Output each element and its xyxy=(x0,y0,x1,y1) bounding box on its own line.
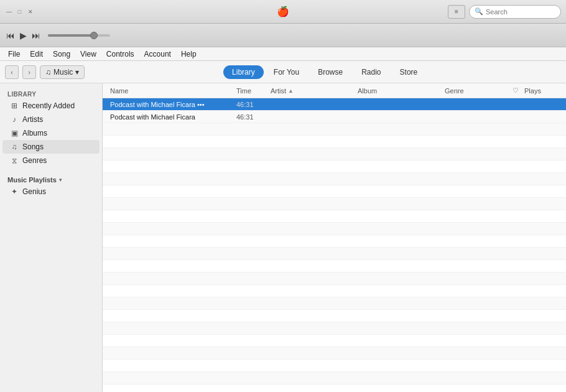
empty-row xyxy=(103,198,566,210)
empty-row xyxy=(103,372,566,385)
col-header-name: Name xyxy=(110,87,236,95)
menu-view[interactable]: View xyxy=(76,49,101,60)
empty-row xyxy=(103,161,566,173)
sidebar: Library ⊞ Recently Added ♪ Artists ▣ Alb… xyxy=(0,83,103,392)
albums-icon: ▣ xyxy=(10,129,19,138)
title-bar: — □ ✕ 🍎 ≡ 🔍 xyxy=(0,0,566,24)
close-button[interactable]: ✕ xyxy=(26,7,34,16)
tab-store[interactable]: Store xyxy=(391,65,427,79)
tab-for-you[interactable]: For You xyxy=(265,65,308,79)
menu-icon-button[interactable]: ≡ xyxy=(448,5,465,19)
search-box[interactable]: 🔍 xyxy=(469,5,561,19)
progress-bar[interactable] xyxy=(48,34,110,37)
search-icon: 🔍 xyxy=(475,7,483,16)
empty-row xyxy=(103,310,566,322)
minimize-button[interactable]: — xyxy=(5,7,13,16)
genius-icon: ✦ xyxy=(10,187,19,196)
sidebar-item-artists[interactable]: ♪ Artists xyxy=(2,113,100,126)
empty-row xyxy=(103,210,566,223)
playlists-section-title: Music Playlists xyxy=(7,176,57,184)
empty-row xyxy=(103,297,566,310)
progress-thumb[interactable] xyxy=(90,32,98,39)
empty-row xyxy=(103,322,566,335)
empty-row xyxy=(103,248,566,260)
artists-icon: ♪ xyxy=(10,115,19,124)
sidebar-item-recently-added[interactable]: ⊞ Recently Added xyxy=(2,99,100,113)
play-button[interactable]: ▶ xyxy=(20,30,27,40)
empty-row xyxy=(103,360,566,372)
nav-forward-arrow[interactable]: › xyxy=(22,65,36,79)
artist-sort-icon: ▲ xyxy=(288,88,294,94)
empty-row xyxy=(103,285,566,297)
empty-row xyxy=(103,273,566,285)
empty-row xyxy=(103,136,566,148)
menu-file[interactable]: File xyxy=(4,49,24,60)
library-section-title: Library xyxy=(0,88,102,99)
menu-controls[interactable]: Controls xyxy=(102,49,139,60)
col-header-album: Album xyxy=(358,87,445,95)
tab-browse[interactable]: Browse xyxy=(309,65,351,79)
music-selector-label: Music xyxy=(53,68,73,77)
forward-button[interactable]: ⏭ xyxy=(32,30,40,40)
sidebar-item-genius[interactable]: ✦ Genius xyxy=(2,185,100,198)
genres-icon: ⧖ xyxy=(10,156,19,165)
transport-bar: ⏮ ▶ ⏭ xyxy=(0,24,566,47)
nav-bar: ‹ › ♫ Music ▾ Library For You Browse Rad… xyxy=(0,61,566,83)
music-selector-chevron: ▾ xyxy=(75,68,79,77)
sidebar-item-songs[interactable]: ♫ Songs xyxy=(2,140,100,154)
tab-library[interactable]: Library xyxy=(223,65,264,79)
row-time: 46:31 xyxy=(236,101,271,108)
col-header-plays: Plays xyxy=(524,87,559,95)
menu-edit[interactable]: Edit xyxy=(26,49,47,60)
sidebar-item-albums[interactable]: ▣ Albums xyxy=(2,126,100,140)
row-name: Podcast with Michael Ficara ••• xyxy=(110,101,236,108)
empty-row xyxy=(103,123,566,136)
title-bar-center: 🍎 xyxy=(277,6,289,17)
table-body: Podcast with Michael Ficara ••• 46:31 Po… xyxy=(103,98,566,392)
playlists-section-row: Music Playlists ▾ xyxy=(0,172,102,185)
music-selector[interactable]: ♫ Music ▾ xyxy=(40,65,85,79)
apple-logo-icon: 🍎 xyxy=(277,6,289,17)
title-bar-right: ≡ 🔍 xyxy=(448,5,566,19)
progress-fill xyxy=(48,34,91,37)
menu-help[interactable]: Help xyxy=(177,49,201,60)
playlists-chevron-icon: ▾ xyxy=(59,177,62,183)
empty-row xyxy=(103,173,566,185)
artists-label: Artists xyxy=(22,115,43,124)
col-header-genre: Genre xyxy=(445,87,507,95)
col-header-heart: ♡ xyxy=(507,86,524,95)
menu-account[interactable]: Account xyxy=(140,49,175,60)
nav-back-arrow[interactable]: ‹ xyxy=(5,65,19,79)
table-header: Name Time Artist ▲ Album Genre ♡ Plays xyxy=(103,83,566,98)
recently-added-icon: ⊞ xyxy=(10,101,19,110)
maximize-button[interactable]: □ xyxy=(16,7,24,16)
empty-row xyxy=(103,235,566,248)
content-area: Name Time Artist ▲ Album Genre ♡ Plays P… xyxy=(103,83,566,392)
albums-label: Albums xyxy=(22,129,47,138)
empty-row xyxy=(103,223,566,235)
col-header-artist[interactable]: Artist ▲ xyxy=(271,87,358,95)
empty-row xyxy=(103,260,566,273)
row-time: 46:31 xyxy=(236,113,271,121)
row-name: Podcast with Michael Ficara xyxy=(110,113,236,121)
empty-row xyxy=(103,335,566,347)
table-row[interactable]: Podcast with Michael Ficara 46:31 xyxy=(103,111,566,123)
recently-added-label: Recently Added xyxy=(22,101,75,110)
nav-tabs: Library For You Browse Radio Store xyxy=(88,65,561,79)
genres-label: Genres xyxy=(22,156,47,165)
menu-song[interactable]: Song xyxy=(49,49,75,60)
menu-bar: File Edit Song View Controls Account Hel… xyxy=(0,47,566,61)
empty-row xyxy=(103,385,566,392)
songs-label: Songs xyxy=(22,142,44,151)
empty-row xyxy=(103,347,566,360)
table-row[interactable]: Podcast with Michael Ficara ••• 46:31 xyxy=(103,98,566,111)
sidebar-item-genres[interactable]: ⧖ Genres xyxy=(2,154,100,167)
genius-label: Genius xyxy=(22,187,46,196)
music-note-icon: ♫ xyxy=(45,68,51,77)
tab-radio[interactable]: Radio xyxy=(353,65,389,79)
window-controls: — □ ✕ xyxy=(0,7,34,16)
empty-row xyxy=(103,148,566,161)
search-input[interactable] xyxy=(486,8,555,16)
back-button[interactable]: ⏮ xyxy=(6,30,15,40)
empty-row xyxy=(103,185,566,198)
